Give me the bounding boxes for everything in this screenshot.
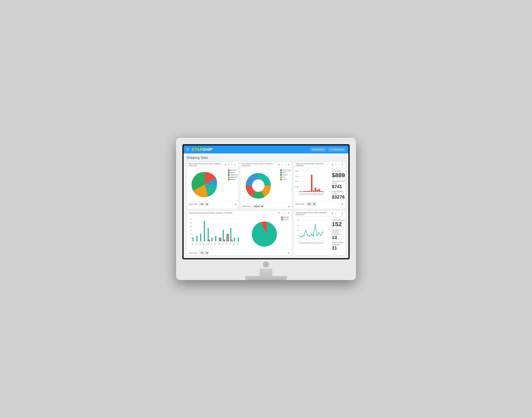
- widget-add-btn[interactable]: +: [335, 213, 337, 215]
- svg-point-99: [313, 235, 314, 237]
- monitor-stand: [182, 268, 350, 280]
- svg-rect-55: [208, 228, 209, 241]
- main-content: Shipping Stats ⋮ Top 5 Customers (Proces…: [184, 153, 348, 258]
- widget-minimize-btn[interactable]: −: [231, 164, 233, 166]
- widget-minimize-btn[interactable]: −: [338, 213, 340, 215]
- svg-rect-56: [209, 240, 210, 241]
- svg-text:Jan: Jan: [191, 243, 194, 245]
- widget-close-btn[interactable]: ✕: [341, 213, 343, 215]
- bar-chart-shipments: 18 16 14 12 10 8 4: [188, 216, 242, 247]
- svg-point-97: [309, 236, 310, 237]
- svg-rect-21: [319, 189, 320, 192]
- svg-point-92: [300, 236, 301, 237]
- svg-point-98: [311, 234, 312, 235]
- chart-type-select-costs[interactable]: Bar Line Pie: [306, 202, 316, 206]
- svg-rect-64: [228, 234, 229, 241]
- svg-point-103: [320, 235, 321, 236]
- svg-rect-67: [234, 238, 235, 241]
- svg-text:Sep: Sep: [221, 243, 225, 245]
- svg-text:8: 8: [191, 237, 192, 238]
- hamburger-icon[interactable]: ☰: [186, 147, 189, 152]
- widget-minimize-btn[interactable]: −: [284, 212, 286, 214]
- svg-text:20: 20: [297, 230, 299, 231]
- svg-rect-23: [322, 191, 324, 192]
- widget-total-costs-controls: ⚙ + − ✕: [331, 164, 343, 166]
- svg-rect-61: [223, 230, 224, 241]
- bar-chart-costs: 4000 3000 2000 1000 0: [295, 169, 329, 198]
- dashboard-grid: Top 5 Customers (Process Date: 1/23/2018…: [187, 162, 345, 255]
- page-title: Shipping Stats ⋮: [187, 156, 345, 160]
- widget-top5-customers-header: Top 5 Customers (Process Date: 1/23/2018…: [187, 162, 238, 168]
- widget-total-packages-body: 40 30 20 10 0: [294, 217, 345, 252]
- dashboard-button[interactable]: ⊙ Dashboard: [328, 147, 346, 152]
- screen: ☰ STARSHIP $ Rate/Ship ⊙ Dashboard Shipp…: [184, 145, 348, 258]
- legend-item: canada: [228, 178, 237, 180]
- widget-minimize-btn[interactable]: −: [338, 164, 340, 166]
- expand-icon: ▶: [288, 252, 290, 254]
- svg-text:12: 12: [190, 230, 192, 231]
- svg-text:Jan: Jan: [321, 193, 324, 195]
- svg-text:3000: 3000: [295, 175, 298, 177]
- svg-text:Feb: Feb: [195, 243, 198, 245]
- widget-top5-carriers-body: A Due Pyle ABC FedEx: [240, 168, 292, 204]
- legend-item: A Due Pyle: [280, 169, 291, 171]
- widget-add-btn[interactable]: +: [228, 164, 230, 166]
- svg-rect-60: [220, 238, 221, 241]
- svg-text:14: 14: [190, 226, 192, 227]
- widget-settings-btn[interactable]: ⚙: [331, 213, 334, 215]
- svg-rect-22: [320, 191, 322, 192]
- widget-close-btn[interactable]: ✕: [287, 212, 290, 214]
- svg-rect-14: [305, 191, 307, 192]
- svg-point-95: [305, 230, 306, 231]
- svg-point-96: [307, 235, 308, 236]
- pie-chart-customers: [188, 169, 222, 200]
- rate-ship-button[interactable]: $ Rate/Ship: [310, 147, 326, 151]
- pie-chart-shipments: [252, 220, 281, 249]
- widget-add-btn[interactable]: +: [281, 212, 283, 214]
- widget-close-btn[interactable]: ✕: [341, 164, 343, 166]
- widget-top5-customers-body: ACTION AERO AMAZON: [187, 168, 238, 201]
- expand-icon: ▶: [235, 203, 236, 206]
- shipments-pie-chart: Freight Parcel: [251, 215, 292, 250]
- widget-settings-btn[interactable]: ⚙: [277, 164, 280, 166]
- svg-rect-17: [311, 175, 312, 192]
- chart-type-select-customers[interactable]: Pie Bar Line: [199, 203, 209, 206]
- shipments-legend: Freight Parcel: [281, 216, 289, 221]
- widget-minimize-btn[interactable]: −: [284, 164, 286, 166]
- svg-rect-53: [200, 234, 201, 241]
- svg-point-104: [322, 232, 323, 233]
- widget-top5-customers: Top 5 Customers (Process Date: 1/23/2018…: [187, 162, 238, 209]
- widget-close-btn[interactable]: ✕: [287, 164, 290, 166]
- chart-type-select-carriers[interactable]: Donut Pie Bar: [252, 205, 264, 208]
- svg-rect-11: [300, 191, 301, 192]
- widget-shipments-mode-controls: ⚙ + − ✕: [277, 212, 290, 214]
- chart-type-row-carriers: Chart Type Donut Pie Bar ▶: [240, 204, 292, 209]
- svg-point-100: [315, 224, 316, 225]
- svg-text:Jul: Jul: [214, 243, 217, 245]
- widget-add-btn[interactable]: +: [281, 164, 283, 166]
- legend-item: AERO: [228, 172, 237, 174]
- svg-rect-20: [317, 190, 318, 192]
- navbar: ☰ STARSHIP $ Rate/Ship ⊙ Dashboard: [184, 145, 348, 153]
- screen-bezel: ☰ STARSHIP $ Rate/Ship ⊙ Dashboard Shipp…: [182, 144, 350, 259]
- widget-settings-btn[interactable]: ⚙: [224, 164, 227, 166]
- logo-star: STAR: [191, 147, 203, 152]
- svg-text:Oct: Oct: [225, 243, 228, 245]
- power-button[interactable]: ⏻: [263, 261, 269, 267]
- svg-rect-51: [193, 237, 194, 241]
- widget-close-btn[interactable]: ✕: [234, 164, 236, 166]
- svg-point-94: [303, 235, 305, 236]
- pie-legend-carriers: A Due Pyle ABC FedEx: [280, 169, 291, 181]
- navbar-right: $ Rate/Ship ⊙ Dashboard: [310, 147, 346, 152]
- svg-rect-66: [232, 240, 233, 241]
- expand-icon: ▶: [342, 203, 343, 205]
- svg-rect-54: [204, 221, 205, 241]
- widget-shipments-mode-body: 18 16 14 12 10 8 4: [187, 215, 292, 250]
- power-button-area: ⏻: [182, 259, 350, 268]
- widget-add-btn[interactable]: +: [335, 164, 337, 166]
- widget-top5-carriers: Top 5 Carriers (Process Date: 12/23/2018…: [240, 162, 292, 209]
- widget-settings-btn[interactable]: ⚙: [277, 212, 280, 214]
- chart-type-select-shipments[interactable]: Pie Bar Line: [199, 251, 209, 255]
- widget-settings-btn[interactable]: ⚙: [331, 164, 334, 166]
- donut-chart-carriers: [242, 169, 275, 202]
